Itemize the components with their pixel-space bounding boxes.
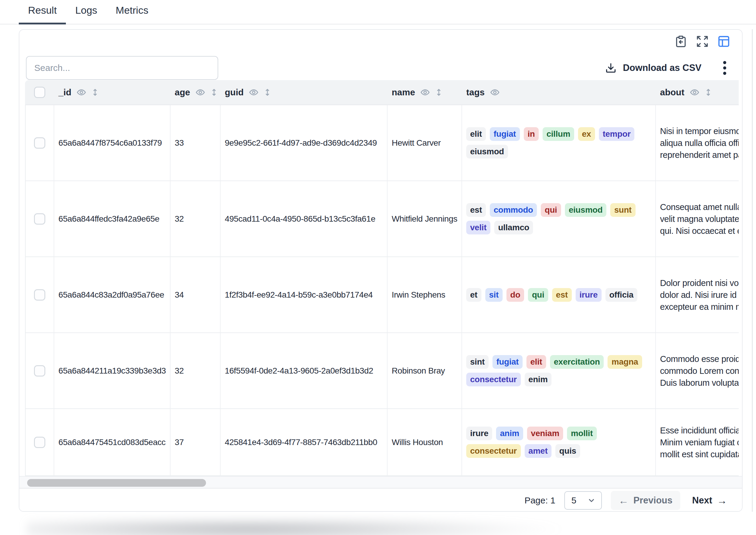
data-table: _id age bbox=[25, 80, 739, 476]
cell-name: Hewitt Carver bbox=[387, 105, 462, 181]
table-header-row: _id age bbox=[25, 80, 739, 105]
clipboard-import-icon[interactable] bbox=[674, 34, 688, 49]
search-input[interactable] bbox=[26, 56, 218, 80]
vertical-scroll-rule[interactable] bbox=[752, 29, 753, 512]
tab-bar: Result Logs Metrics bbox=[0, 0, 756, 24]
eye-icon[interactable] bbox=[689, 87, 700, 98]
tag-pill: sit bbox=[485, 288, 502, 302]
column-header-tags: tags bbox=[462, 80, 656, 105]
cell-age: 37 bbox=[170, 409, 221, 476]
tag-pill: irure bbox=[576, 288, 602, 302]
horizontal-scrollbar-thumb[interactable] bbox=[27, 479, 206, 487]
page-size-select[interactable]: 5 bbox=[564, 491, 602, 510]
cell-about: Commodo esse proident excommodo Lorem co… bbox=[656, 333, 739, 409]
tag-pill: est bbox=[466, 203, 486, 217]
sort-vertical-icon[interactable] bbox=[209, 87, 219, 98]
column-header-about: about bbox=[656, 80, 739, 105]
tab-logs[interactable]: Logs bbox=[66, 5, 106, 24]
tag-pill: quis bbox=[555, 444, 580, 458]
cell-about: Esse incididunt officia adipiMinim venia… bbox=[656, 409, 739, 476]
cell-tags: estcommodoquieiusmodsuntvelitullamco bbox=[462, 181, 656, 257]
row-checkbox[interactable] bbox=[34, 437, 45, 448]
tag-pill: eiusmod bbox=[466, 145, 508, 158]
table-layout-icon[interactable] bbox=[716, 34, 731, 49]
chevron-down-icon bbox=[587, 496, 596, 505]
tag-list: elitfugiatincillumextemporeiusmod bbox=[466, 127, 648, 158]
cell-guid: 16f5594f-0de2-4a13-9605-2a0ef3d1b3d2 bbox=[221, 333, 387, 409]
tag-list: sintfugiatelitexercitationmagnaconsectet… bbox=[466, 355, 648, 386]
cell-guid: 425841e4-3d69-4f77-8857-7463db211bb0 bbox=[221, 409, 387, 476]
column-label: tags bbox=[466, 87, 485, 98]
next-page-button[interactable]: Next → bbox=[689, 491, 730, 510]
tag-pill: tempor bbox=[599, 127, 635, 141]
sort-vertical-icon[interactable] bbox=[434, 87, 443, 98]
select-all-checkbox[interactable] bbox=[34, 87, 45, 98]
tab-metrics[interactable]: Metrics bbox=[106, 5, 158, 24]
download-icon bbox=[605, 62, 617, 74]
tag-pill: est bbox=[552, 288, 572, 302]
arrow-left-icon: ← bbox=[619, 495, 629, 505]
cell-age: 32 bbox=[170, 333, 221, 409]
cell-name: Irwin Stephens bbox=[387, 257, 462, 333]
tag-pill: mollit bbox=[567, 427, 596, 440]
cell-name: Whitfield Jennings bbox=[387, 181, 462, 257]
tag-pill: consectetur bbox=[466, 373, 521, 386]
tag-pill: veniam bbox=[527, 427, 563, 440]
cell-name: Willis Houston bbox=[387, 409, 462, 476]
tag-pill: eiusmod bbox=[565, 203, 607, 217]
cell-about: Consequat amet nulla sit auvelit magna v… bbox=[656, 181, 739, 257]
column-label: age bbox=[175, 87, 190, 98]
cell-tags: etsitdoquiestirureofficia bbox=[462, 257, 656, 333]
tag-list: irureanimveniammollitconsecteturametquis bbox=[466, 427, 648, 458]
eye-icon[interactable] bbox=[249, 87, 259, 98]
tag-pill: irure bbox=[466, 427, 492, 440]
row-checkbox[interactable] bbox=[34, 137, 45, 149]
cell-tags: elitfugiatincillumextemporeiusmod bbox=[462, 105, 656, 181]
sort-vertical-icon[interactable] bbox=[90, 87, 100, 98]
tag-pill: in bbox=[524, 127, 539, 141]
sort-vertical-icon[interactable] bbox=[704, 87, 713, 98]
cell-guid: 495cad11-0c4a-4950-865d-b13c5c3fa61e bbox=[221, 181, 387, 257]
tag-pill: et bbox=[466, 288, 481, 302]
cell-id: 65a6a84475451cd083d5eacc bbox=[54, 409, 170, 476]
row-checkbox[interactable] bbox=[34, 213, 45, 225]
eye-icon[interactable] bbox=[420, 87, 430, 98]
row-checkbox[interactable] bbox=[34, 289, 45, 300]
tag-pill: consectetur bbox=[466, 444, 521, 458]
cell-name: Robinson Bray bbox=[387, 333, 462, 409]
tag-pill: ex bbox=[578, 127, 595, 141]
sort-vertical-icon[interactable] bbox=[263, 87, 272, 98]
eye-icon[interactable] bbox=[195, 87, 205, 98]
expand-fullscreen-icon[interactable] bbox=[695, 34, 710, 49]
cell-id: 65a6a844211a19c339b3e3d3 bbox=[54, 333, 170, 409]
tag-pill: amet bbox=[525, 444, 552, 458]
download-csv-button[interactable]: Download as CSV bbox=[605, 62, 702, 74]
cell-about: Nisi in tempor eiusmod nullaaliqua nulla… bbox=[656, 105, 739, 181]
tag-pill: velit bbox=[466, 221, 490, 235]
tag-pill: qui bbox=[528, 288, 548, 302]
kebab-menu-icon[interactable] bbox=[718, 60, 731, 76]
tab-result[interactable]: Result bbox=[19, 5, 66, 24]
table-row: 65a6a844ffedc3fa42a9e65e32495cad11-0c4a-… bbox=[25, 181, 739, 257]
tag-pill: qui bbox=[541, 203, 561, 217]
eye-icon[interactable] bbox=[76, 87, 86, 98]
controls-row: Download as CSV bbox=[19, 56, 742, 80]
row-checkbox[interactable] bbox=[34, 365, 45, 377]
tag-pill: cillum bbox=[543, 127, 574, 141]
tag-pill: magna bbox=[608, 355, 642, 369]
column-label: _id bbox=[58, 87, 71, 98]
previous-page-button[interactable]: ← Previous bbox=[611, 491, 680, 510]
tag-pill: sint bbox=[466, 355, 489, 369]
eye-icon[interactable] bbox=[490, 87, 500, 98]
column-header-age: age bbox=[170, 80, 221, 105]
tag-pill: officia bbox=[605, 288, 637, 302]
results-panel: Result Logs Metrics bbox=[0, 0, 756, 535]
table-body: 65a6a8447f8754c6a0133f79339e9e95c2-661f-… bbox=[25, 105, 739, 476]
table-row: 65a6a84475451cd083d5eacc37425841e4-3d69-… bbox=[25, 409, 739, 476]
tag-pill: fugiat bbox=[490, 127, 520, 141]
column-header-name: name bbox=[387, 80, 462, 105]
horizontal-scrollbar-track[interactable] bbox=[19, 476, 742, 489]
about-text: Esse incididunt officia adipiMinim venia… bbox=[660, 425, 739, 460]
column-label: name bbox=[392, 87, 415, 98]
cell-tags: sintfugiatelitexercitationmagnaconsectet… bbox=[462, 333, 656, 409]
